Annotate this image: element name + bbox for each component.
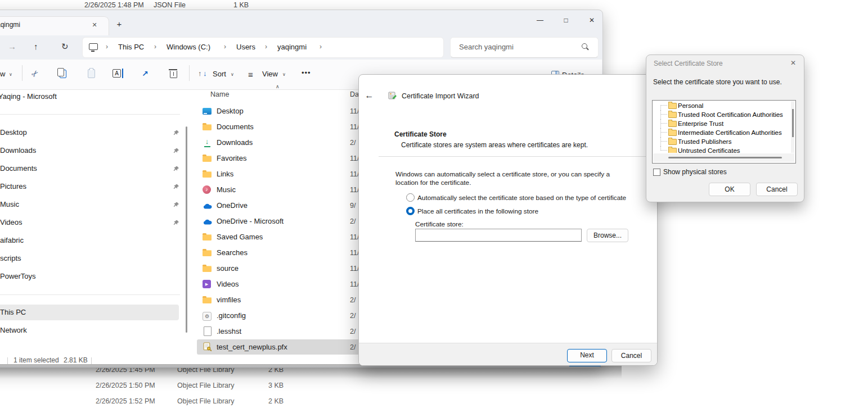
radio-place-in-store[interactable] [406, 207, 415, 215]
delete-button[interactable] [170, 71, 177, 78]
tree-item-trusted-root[interactable]: Trusted Root Certification Authorities [653, 110, 789, 119]
sidebar-item-desktop[interactable]: Desktop [0, 125, 181, 140]
wizard-intro-text: Windows can automatically select a certi… [395, 170, 633, 187]
breadcrumb-users[interactable]: Users [236, 43, 255, 51]
copy-button[interactable] [60, 70, 66, 78]
file-name: Desktop [217, 107, 244, 115]
folder-icon [668, 112, 677, 118]
certificate-store-input[interactable] [415, 229, 582, 242]
view-button[interactable]: View [262, 70, 278, 78]
file-name: Searches [217, 248, 248, 257]
sidebar-item-network[interactable]: Network [0, 323, 181, 338]
tree-item-personal[interactable]: Personal [653, 101, 789, 110]
back-arrow-button[interactable]: → [365, 90, 374, 101]
sidebar-item-downloads[interactable]: Downloads [0, 143, 181, 158]
rename-button[interactable]: A [113, 69, 121, 78]
tab-close-icon[interactable]: ✕ [90, 20, 99, 29]
scrollbar-thumb[interactable] [668, 157, 782, 158]
radio-auto-select[interactable] [406, 193, 415, 202]
ok-button[interactable]: OK [709, 183, 750, 196]
toolbar-divider [22, 65, 23, 81]
radio-place-in-store-label[interactable]: Place all certificates in the following … [417, 207, 538, 215]
file-name: Favorites [217, 154, 246, 162]
tree-item-enterprise-trust[interactable]: Enterprise Trust [653, 119, 789, 128]
sidebar-scrollbar[interactable] [186, 126, 187, 333]
column-header-name[interactable]: Name [210, 90, 229, 98]
file-date: 11/ [350, 249, 359, 257]
folder-icon [203, 124, 212, 130]
search-icon [582, 43, 587, 49]
music-icon: ♪ [203, 185, 211, 194]
scrollbar-thumb[interactable] [792, 109, 794, 137]
folder-icon [668, 139, 677, 145]
file-date: 2/ [350, 139, 356, 147]
radio-auto-select-label[interactable]: Automatically select the certificate sto… [417, 194, 626, 202]
cloud-icon [203, 203, 213, 209]
more-options-button[interactable]: ••• [302, 69, 311, 77]
show-physical-stores-label[interactable]: Show physical stores [663, 168, 727, 176]
share-button[interactable]: ↗ [142, 69, 149, 79]
folder-icon [668, 121, 677, 127]
tree-viewport: Personal Trusted Root Certification Auth… [653, 101, 789, 153]
file-name: .lesshst [217, 327, 241, 335]
browse-button[interactable]: Browse... [587, 229, 628, 242]
this-pc-icon [89, 43, 98, 50]
sidebar-item-this-pc[interactable]: This PC [0, 305, 181, 320]
sidebar-item-aifabric[interactable]: aifabric [0, 233, 181, 248]
cancel-button[interactable]: Cancel [611, 349, 651, 362]
folder-icon [203, 156, 212, 162]
paste-button[interactable] [88, 69, 95, 78]
sort-button[interactable]: Sort [213, 70, 226, 78]
breadcrumb-windows-c[interactable]: Windows (C:) [167, 43, 210, 51]
status-divider [7, 357, 8, 364]
minimize-button[interactable]: — [535, 15, 545, 25]
sidebar-item-label: Desktop [0, 128, 27, 137]
tree-vertical-scrollbar[interactable] [791, 101, 794, 153]
breadcrumb-yaqingmi[interactable]: yaqingmi [277, 43, 307, 51]
sidebar-divider [0, 114, 180, 115]
close-button[interactable]: ✕ [587, 15, 597, 25]
tree-item-intermediate[interactable]: Intermediate Certification Authorities [653, 128, 789, 137]
view-icon: ≡ [248, 70, 253, 79]
show-physical-stores-checkbox[interactable] [653, 169, 660, 176]
tree-item-trusted-publishers[interactable]: Trusted Publishers [653, 137, 789, 146]
refresh-button[interactable]: ↻ [61, 42, 69, 52]
tree-horizontal-scrollbar[interactable] [653, 153, 794, 162]
sidebar-item-powertoys[interactable]: PowerToys [0, 269, 181, 284]
certificate-store-tree[interactable]: Personal Trusted Root Certification Auth… [652, 100, 796, 164]
certificate-store-label: Certificate store: [415, 220, 464, 228]
tree-item-untrusted[interactable]: Untrusted Certificates [653, 146, 789, 153]
file-name: Downloads [217, 138, 253, 147]
status-selected-count: 1 item selected [14, 356, 59, 364]
file-date: 11/ [350, 155, 359, 162]
new-tab-button[interactable]: + [114, 19, 124, 29]
sidebar-item-music[interactable]: Music [0, 197, 181, 212]
search-placeholder: Search yaqingmi [459, 43, 514, 51]
file-name: OneDrive [217, 201, 248, 210]
file-date: 11/ [350, 107, 359, 115]
certificate-import-wizard-dialog: → Certificate Import Wizard Certificate … [358, 74, 658, 366]
folder-icon [668, 130, 677, 136]
download-icon: ↓ [203, 138, 212, 148]
cancel-button[interactable]: Cancel [756, 183, 798, 196]
maximize-button[interactable]: □ [561, 15, 571, 25]
sidebar-item-documents[interactable]: Documents [0, 161, 181, 176]
up-button[interactable]: ↑ [34, 42, 38, 51]
forward-button[interactable]: → [8, 42, 16, 51]
pin-icon [173, 148, 179, 154]
file-icon [204, 326, 212, 336]
new-button-partial[interactable]: w [0, 70, 5, 78]
sidebar-item-videos[interactable]: Videos [0, 215, 181, 230]
sidebar-item-scripts[interactable]: scripts [0, 251, 181, 266]
sidebar-item-pictures[interactable]: Pictures [0, 179, 181, 194]
chevron-right-icon: › [320, 43, 322, 51]
cloud-icon [203, 219, 213, 225]
file-name: vimfiles [217, 296, 241, 304]
videos-icon: ▶ [203, 280, 211, 288]
close-icon[interactable]: ✕ [790, 59, 796, 67]
breadcrumb-this-pc[interactable]: This PC [118, 43, 144, 51]
file-date: 9/ [350, 202, 356, 210]
tab-title: yaqingmi [0, 21, 20, 29]
next-button[interactable]: Next [567, 349, 607, 362]
sidebar-item-profile[interactable]: Yaqing - Microsoft [0, 89, 181, 105]
